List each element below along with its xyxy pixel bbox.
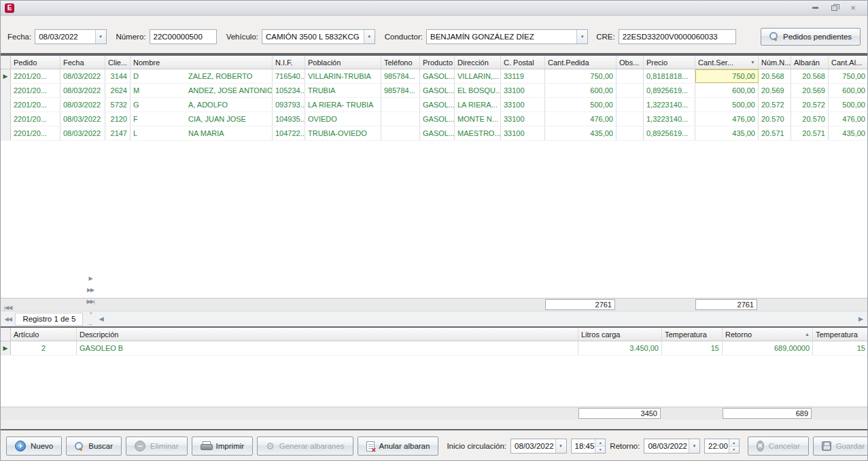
cell-obs[interactable] — [617, 84, 644, 97]
column-header-retorno[interactable]: Retorno▲ — [723, 328, 813, 341]
column-header-pedido[interactable]: Pedido — [11, 56, 60, 69]
cell-pedido[interactable]: 2201/20... — [11, 126, 60, 140]
cell-temperatura[interactable]: 15 — [662, 341, 723, 355]
cell-nif[interactable]: 105234... — [273, 84, 305, 97]
cell-telefono[interactable]: 985784... — [381, 84, 420, 97]
cell-nombre[interactable]: GA, ADOLFO — [131, 98, 273, 112]
column-header-poblacion[interactable]: Población — [305, 56, 381, 69]
cell-poblacion[interactable]: VILLARIN-TRUBIA — [305, 69, 381, 83]
sort-asc-icon[interactable]: ▲ — [805, 332, 810, 337]
fecha-dropdown[interactable]: 08/03/2022▼ — [35, 29, 106, 44]
column-header-precio[interactable]: Precio — [644, 56, 695, 69]
cell-pedido[interactable]: 2201/20... — [11, 69, 60, 83]
imprimir-button[interactable]: Imprimir — [192, 437, 254, 456]
guardar-button[interactable]: Guardar — [813, 437, 868, 456]
column-header-num-n[interactable]: Núm.N... — [759, 56, 791, 69]
inicio-date-dropdown[interactable]: 08/03/2022▼ — [510, 439, 567, 454]
conductor-dropdown[interactable]: BENJAMÍN GONZÁLEZ DÍEZ▼ — [426, 29, 588, 44]
generar-albaranes-button[interactable]: ⚙ Generar albaranes — [257, 437, 353, 456]
cell-fecha[interactable]: 08/03/2022 — [60, 98, 105, 112]
cell-cant-pedida[interactable]: 750,00 — [545, 69, 617, 83]
cell-albaran[interactable]: 20.572 — [791, 98, 829, 112]
cell-nif[interactable]: 104935... — [273, 112, 305, 126]
column-header-litros-carga[interactable]: Litros carga — [578, 328, 662, 341]
cell-cant-ser[interactable]: 476,00 — [695, 112, 759, 126]
cell-telefono[interactable] — [381, 112, 420, 126]
table-row[interactable]: 2201/20...08/03/20225732GA, ADOLFO093793… — [1, 98, 867, 112]
cell-telefono[interactable]: 985784... — [381, 69, 420, 83]
cell-cpostal[interactable]: 33119 — [501, 69, 545, 83]
cell-producto[interactable]: GASOL... — [420, 126, 455, 140]
spinner-icon[interactable]: ▲▼ — [729, 439, 739, 453]
cre-field[interactable]: 22ESD33200V0000060033 — [619, 29, 737, 44]
cell-cliente[interactable]: 2120 — [105, 112, 131, 126]
spinner-icon[interactable]: ▲▼ — [595, 439, 605, 453]
cell-obs[interactable] — [617, 112, 644, 126]
cell-direccion[interactable]: VILLARIN,... — [455, 69, 501, 83]
cell-obs[interactable] — [617, 69, 644, 83]
cell-nombre[interactable]: MANDEZ, JOSE ANTONIO — [131, 84, 273, 97]
chevron-down-icon[interactable]: ▼ — [95, 30, 106, 44]
table-row[interactable]: ▶2201/20...08/03/20223144DZALEZ, ROBERTO… — [1, 69, 867, 84]
retorno-date-dropdown[interactable]: 08/03/2022▼ — [644, 439, 700, 454]
cell-poblacion[interactable]: OVIEDO — [305, 112, 381, 126]
retorno-time-spinner[interactable]: 22:00 ▲▼ — [704, 439, 740, 454]
inicio-time-spinner[interactable]: 18:45 ▲▼ — [571, 439, 606, 454]
cell-nif[interactable]: 716540... — [273, 69, 305, 83]
cell-direccion[interactable]: EL BOSQU... — [455, 84, 501, 97]
column-header-cant-ser[interactable]: Cant.Ser...▼ — [695, 56, 759, 69]
sort-desc-icon[interactable]: ▼ — [750, 60, 755, 65]
eliminar-button[interactable]: − Eliminar — [126, 437, 188, 456]
cell-cant-pedida[interactable]: 600,00 — [545, 84, 617, 97]
cell-nif[interactable]: 104722... — [273, 126, 305, 140]
cell-producto[interactable]: GASOL... — [420, 69, 455, 83]
cell-pedido[interactable]: 2201/20... — [11, 98, 60, 112]
next-record-button[interactable]: ▶ — [84, 273, 96, 284]
last-record-button[interactable]: ▶▶| — [84, 296, 96, 307]
cell-producto[interactable]: GASOL... — [420, 84, 455, 97]
anular-albaran-button[interactable]: Anular albaran — [358, 437, 439, 456]
column-header-cpostal[interactable]: C. Postal — [501, 56, 545, 69]
cell-retorno[interactable]: 689,00000 — [723, 341, 813, 355]
cell-precio[interactable]: 1,3223140... — [644, 98, 695, 112]
cell-fecha[interactable]: 08/03/2022 — [60, 69, 105, 83]
cell-pedido[interactable]: 2201/20... — [11, 112, 60, 126]
cell-obs[interactable] — [617, 98, 644, 112]
column-header-direccion[interactable]: Dirección — [455, 56, 501, 69]
cell-producto[interactable]: GASOL... — [420, 112, 455, 126]
numero-field[interactable]: 22C00000500 — [150, 29, 217, 44]
cell-producto[interactable]: GASOL... — [420, 98, 455, 112]
cell-albaran[interactable]: 20.568 — [791, 69, 829, 83]
column-header-albaran[interactable]: Albarán — [791, 56, 829, 69]
cell-cant-ser[interactable]: 500,00 — [695, 98, 759, 112]
first-record-button[interactable]: |◀◀ — [2, 302, 14, 313]
cell-cliente[interactable]: 2624 — [105, 84, 131, 97]
cell-obs[interactable] — [617, 126, 644, 140]
column-header-producto[interactable]: Producto — [420, 56, 455, 69]
cell-cant-ser[interactable]: 600,00 — [695, 84, 759, 97]
cancelar-button[interactable]: ✕ Cancelar — [748, 437, 809, 456]
cell-cant-al[interactable]: 476,00 — [829, 112, 868, 126]
cell-poblacion[interactable]: TRUBIA — [305, 84, 381, 97]
chevron-down-icon[interactable]: ▼ — [364, 30, 375, 44]
cell-cpostal[interactable]: 33100 — [501, 98, 545, 112]
hscroll-right-icon[interactable]: ▶ — [856, 315, 866, 322]
cell-cant-ser[interactable]: 435,00 — [695, 126, 759, 140]
cell-cliente[interactable]: 5732 — [105, 98, 131, 112]
column-header-fecha[interactable]: Fecha — [60, 56, 105, 69]
column-header-temperatura-2[interactable]: Temperatura — [813, 328, 868, 341]
restore-button[interactable] — [829, 3, 839, 13]
cell-albaran[interactable]: 20.570 — [791, 112, 829, 126]
cell-num-n[interactable]: 20.571 — [759, 126, 791, 140]
cell-cant-pedida[interactable]: 476,00 — [545, 112, 617, 126]
column-header-telefono[interactable]: Teléfono — [381, 56, 420, 69]
buscar-button[interactable]: Buscar — [66, 437, 122, 456]
pedidos-pendientes-button[interactable]: Pedidos pendientes — [761, 28, 861, 46]
prior-page-button[interactable]: ◀◀ — [2, 313, 14, 325]
cell-nif[interactable]: 093793... — [273, 98, 305, 112]
cell-precio[interactable]: 0,8181818... — [644, 69, 695, 83]
cell-direccion[interactable]: LA RIERA... — [455, 98, 501, 112]
column-header-nombre[interactable]: Nombre — [131, 56, 273, 69]
column-header-cant-pedida[interactable]: Cant.Pedida — [545, 56, 617, 69]
chevron-down-icon[interactable]: ▼ — [576, 30, 587, 44]
